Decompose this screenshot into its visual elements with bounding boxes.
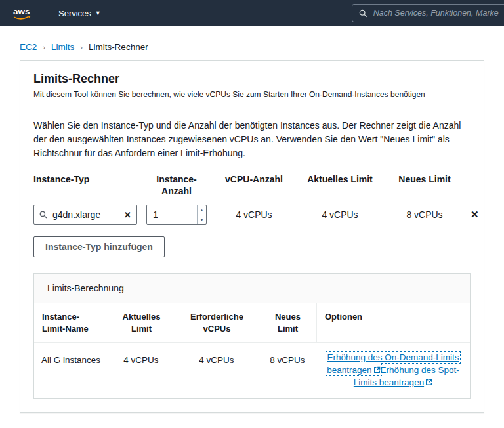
page-subtitle: Mit diesem Tool können Sie berechnen, wi… [33,90,471,99]
instance-count-field[interactable]: ▲ ▼ [146,205,207,225]
limits-calculator-card: Limits-Rechner Mit diesem Tool können Si… [20,60,484,413]
limits-table: Instance-Limit-Name Aktuelles Limit Erfo… [34,303,470,398]
limits-calculation-panel: Limits-Berechnung Instance-Limit-Name Ak… [33,273,471,399]
services-label: Services [58,9,91,18]
col-header-instance-count: Instance-Anzahl [146,173,207,197]
navbar-search[interactable] [352,4,504,22]
search-icon [39,211,47,219]
calculator-description: Wählen Sie den Instance-Typ und die Anza… [33,119,467,160]
external-link-icon [373,366,381,374]
table-header-new-limit: Neues Limit [259,303,316,342]
instance-type-input[interactable] [51,209,112,221]
col-header-new-limit: Neues Limit [388,173,461,185]
breadcrumb: EC2 › Limits › Limits-Rechner [0,26,504,52]
chevron-down-icon: ▼ [95,10,101,16]
table-header-required-vcpus: Erforderliche vCPUs [175,303,259,342]
current-limit-value: 4 vCPUs [301,209,379,220]
table-cell-current-limit: 4 vCPUs [108,342,175,398]
calculator-instance-row: ✕ ▲ ▼ 4 vCPUs 4 vCPUs 8 vCPUs ✕ [33,205,471,225]
breadcrumb-link-limits[interactable]: Limits [51,42,74,52]
table-header-limit-name: Instance-Limit-Name [34,303,108,342]
instance-count-input[interactable] [147,205,197,224]
breadcrumb-separator-icon: › [43,43,45,51]
remove-row-icon[interactable]: ✕ [471,209,480,221]
aws-logo-icon: aws [12,5,36,22]
breadcrumb-separator-icon: › [80,43,83,51]
col-header-current-limit: Aktuelles Limit [301,173,379,185]
table-cell-new-limit: 8 vCPUs [259,342,316,398]
col-header-vcpu-count: vCPU-Anzahl [216,173,292,185]
external-link-icon [425,379,432,386]
svg-text:aws: aws [13,7,30,16]
clear-icon[interactable]: ✕ [124,210,131,220]
add-instance-type-button[interactable]: Instance-Typ hinzufügen [33,236,165,257]
instance-type-field[interactable]: ✕ [33,205,137,225]
table-cell-required-vcpus: 4 vCPUs [175,342,259,398]
vcpu-count-value: 4 vCPUs [216,209,292,220]
stepper-down-icon[interactable]: ▼ [198,215,206,225]
card-body: Wählen Sie den Instance-Typ und die Anza… [20,108,484,412]
navbar-search-input[interactable] [372,8,500,18]
calculator-header-row: Instance-Typ Instance-Anzahl vCPU-Anzahl… [33,173,471,197]
table-header-current-limit: Aktuelles Limit [108,303,175,342]
top-navbar: aws Services ▼ [0,0,504,26]
count-stepper[interactable]: ▲ ▼ [197,205,206,224]
breadcrumb-current: Limits-Rechner [89,42,148,52]
services-menu[interactable]: Services ▼ [58,9,101,18]
page-title: Limits-Rechner [33,72,471,86]
col-header-instance-type: Instance-Typ [33,173,137,185]
limits-panel-title: Limits-Berechnung [34,274,470,303]
stepper-up-icon[interactable]: ▲ [198,205,206,215]
aws-logo[interactable]: aws [12,5,36,22]
new-limit-value: 8 vCPUs [388,209,461,220]
table-cell-limit-name: All G instances [34,342,108,398]
search-icon [359,9,368,18]
card-header: Limits-Rechner Mit diesem Tool können Si… [20,61,484,108]
table-cell-options: Erhöhung des On-Demand-Limits beantragen… [316,342,470,398]
breadcrumb-link-ec2[interactable]: EC2 [20,42,37,52]
table-header-options: Optionen [316,303,470,342]
